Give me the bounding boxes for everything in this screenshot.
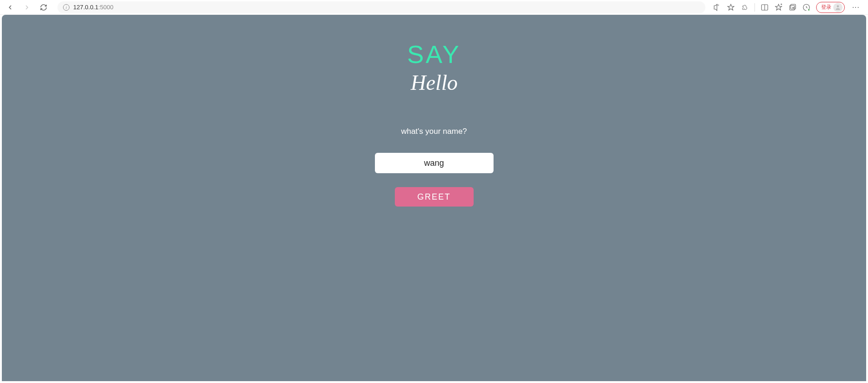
login-label: 登录 bbox=[821, 4, 831, 11]
extensions-icon[interactable] bbox=[741, 3, 749, 12]
heading-hello: Hello bbox=[393, 66, 476, 105]
url-text: 127.0.0.1:5000 bbox=[73, 4, 114, 11]
reload-button[interactable] bbox=[37, 1, 50, 14]
svg-point-9 bbox=[808, 9, 809, 10]
name-prompt: what's your name? bbox=[401, 127, 467, 136]
read-aloud-icon[interactable]: N bbox=[713, 3, 721, 12]
back-button[interactable] bbox=[4, 1, 17, 14]
toolbar-right: N 登录 ··· bbox=[713, 2, 864, 13]
svg-text:N: N bbox=[717, 4, 719, 6]
svg-text:Hello: Hello bbox=[410, 71, 457, 94]
greet-button[interactable]: GREET bbox=[395, 187, 474, 207]
performance-icon[interactable] bbox=[802, 3, 811, 12]
heading-say: SAY bbox=[407, 40, 461, 69]
forward-button[interactable] bbox=[20, 1, 33, 14]
page-content: SAY Hello what's your name? GREET bbox=[2, 15, 866, 381]
login-button[interactable]: 登录 bbox=[816, 2, 845, 13]
avatar-icon bbox=[833, 3, 843, 12]
toolbar-divider bbox=[754, 3, 755, 12]
svg-point-10 bbox=[836, 5, 839, 7]
name-input[interactable] bbox=[375, 153, 494, 173]
browser-toolbar: i 127.0.0.1:5000 N 登录 bbox=[0, 0, 868, 15]
star-icon[interactable] bbox=[727, 3, 735, 12]
site-info-icon[interactable]: i bbox=[63, 4, 70, 11]
more-menu-icon[interactable]: ··· bbox=[850, 3, 862, 12]
favorites-icon[interactable] bbox=[774, 3, 783, 12]
address-bar[interactable]: i 127.0.0.1:5000 bbox=[57, 1, 705, 13]
split-screen-icon[interactable] bbox=[760, 3, 769, 12]
collections-icon[interactable] bbox=[788, 3, 797, 12]
